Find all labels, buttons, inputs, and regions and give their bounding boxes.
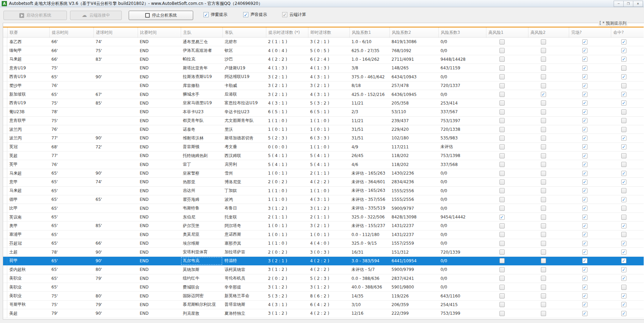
high-risk2-checkbox[interactable] <box>541 66 546 71</box>
hit-checkbox[interactable] <box>621 302 626 307</box>
high-risk1-checkbox[interactable] <box>499 232 505 237</box>
hit-checkbox[interactable] <box>621 206 626 211</box>
table-row[interactable]: 西青U1975'85'END皇家马德里U19富恩拉布拉达U194 ( 3 : 1… <box>3 99 644 108</box>
high-risk2-checkbox[interactable] <box>541 302 546 307</box>
high-risk2-checkbox[interactable] <box>541 276 546 281</box>
finished-checkbox[interactable] <box>582 249 587 255</box>
table-row[interactable]: 马来超65'90'END皇家警察雪州1 ( 0 : 1 )2 ( 1 : 1 )… <box>3 169 644 178</box>
column-header-home[interactable]: 主队 <box>181 28 222 37</box>
table-row[interactable]: 葡U23B78'END本菲卡U23辛达卡拉U236 ( 5 : 1 )6 ( 5… <box>3 108 644 116</box>
high-risk1-checkbox[interactable] <box>499 249 505 255</box>
finished-checkbox[interactable] <box>582 188 587 193</box>
cloud-compute-checkbox[interactable] <box>282 12 287 17</box>
finished-checkbox[interactable] <box>582 171 587 176</box>
high-risk2-checkbox[interactable] <box>541 293 546 298</box>
hit-checkbox[interactable] <box>621 258 626 263</box>
table-row[interactable]: 波兰丙76'END诺泰奇里沃1 ( 0 : 1 )1 ( 0 : 1 )31/5… <box>3 125 644 134</box>
finished-checkbox[interactable] <box>582 293 587 298</box>
hit-checkbox[interactable] <box>621 215 626 220</box>
finished-checkbox[interactable] <box>582 83 587 88</box>
high-risk2-checkbox[interactable] <box>541 188 546 193</box>
high-risk1-checkbox[interactable] <box>499 258 505 263</box>
high-risk2-checkbox[interactable] <box>541 171 546 176</box>
finished-checkbox[interactable] <box>582 223 587 228</box>
hit-checkbox[interactable] <box>621 153 626 158</box>
column-header-high_risk1[interactable]: 高风险1 <box>486 28 528 37</box>
column-header-risk1[interactable]: 风险系数1 <box>349 28 389 37</box>
column-header-live_goals[interactable]: 即时进球数 <box>308 28 349 37</box>
high-risk2-checkbox[interactable] <box>541 215 546 220</box>
hit-checkbox[interactable] <box>621 223 626 228</box>
table-row[interactable]: 德甲65'65'END霍芬海姆波鸿1 ( 1 : 0 )4 ( 3 : 1 )未… <box>3 195 644 204</box>
high-risk1-checkbox[interactable] <box>499 188 505 193</box>
cloud-connecting-button[interactable]: ☁ 云端连接中 <box>70 11 122 20</box>
hit-checkbox[interactable] <box>621 232 626 237</box>
hit-checkbox[interactable] <box>621 179 626 185</box>
close-button[interactable]: ✕ <box>633 1 643 7</box>
hit-checkbox[interactable] <box>621 293 626 298</box>
high-risk2-checkbox[interactable] <box>541 144 546 149</box>
high-risk2-checkbox[interactable] <box>541 232 546 237</box>
column-header-finished[interactable]: 完场? <box>569 28 611 37</box>
table-row[interactable]: 委内超秋65'80'END莫纳加斯该柯莫纳雷3 ( 1 : 2 )4 ( 2 :… <box>3 265 644 274</box>
hit-checkbox[interactable] <box>621 109 626 115</box>
table-row[interactable]: 美超79'90'END列克星敦夏洛特独立3 ( 1 : 2 )4 ( 2 : 2… <box>3 309 644 318</box>
table-row[interactable]: 马来超65'END吉达州丁加奴1 ( 1 : 0 )1 ( 1 : 0 )未评估… <box>3 187 644 195</box>
high-risk2-checkbox[interactable] <box>541 162 546 167</box>
table-row[interactable]: 意青联甲75'END都灵青年队尤文图斯青年队1 ( 1 : 0 )1 ( 1 :… <box>3 117 644 125</box>
hit-checkbox[interactable] <box>621 241 626 246</box>
hit-checkbox[interactable] <box>621 66 626 71</box>
column-header-goal_time[interactable]: 进球时间 <box>93 28 138 37</box>
minimize-button[interactable]: ─ <box>614 1 624 7</box>
hit-checkbox[interactable] <box>621 267 626 272</box>
high-risk2-checkbox[interactable] <box>541 57 546 62</box>
table-row[interactable]: 奥甲65'85'END萨尔茨堡阿尔塔奇1 ( 0 : 1 )3 ( 2 : 1 … <box>3 222 644 230</box>
high-risk2-checkbox[interactable] <box>541 83 546 88</box>
finished-checkbox[interactable] <box>582 57 587 62</box>
high-risk1-checkbox[interactable] <box>499 241 505 246</box>
sound-alert-checkbox[interactable] <box>243 12 248 17</box>
finished-checkbox[interactable] <box>582 144 587 149</box>
finished-checkbox[interactable] <box>582 197 587 202</box>
high-risk2-checkbox[interactable] <box>541 179 546 185</box>
finished-checkbox[interactable] <box>582 206 587 211</box>
high-risk1-checkbox[interactable] <box>499 39 505 45</box>
finished-checkbox[interactable] <box>582 276 587 281</box>
high-risk2-checkbox[interactable] <box>541 249 546 255</box>
high-risk2-checkbox[interactable] <box>541 311 546 316</box>
high-risk2-checkbox[interactable] <box>541 258 546 263</box>
hit-checkbox[interactable] <box>621 57 626 62</box>
high-risk1-checkbox[interactable] <box>499 267 505 272</box>
high-risk1-checkbox[interactable] <box>499 197 505 202</box>
finished-checkbox[interactable] <box>582 74 587 79</box>
finished-checkbox[interactable] <box>582 232 587 237</box>
finished-checkbox[interactable] <box>582 267 587 272</box>
table-row[interactable]: 土超78'90'END安塔利亚体育加拉塔萨雷2 ( 0 : 2 )3 ( 0 :… <box>3 248 644 256</box>
table-row[interactable]: 芬超冠65'66'END埃尔维斯塞那乔其1 ( 1 : 0 )4 ( 4 : 0… <box>3 239 644 248</box>
finished-checkbox[interactable] <box>582 311 587 316</box>
high-risk1-checkbox[interactable] <box>499 57 505 62</box>
hit-checkbox[interactable] <box>621 136 626 141</box>
high-risk1-checkbox[interactable] <box>499 171 505 176</box>
high-risk2-checkbox[interactable] <box>541 206 546 211</box>
high-risk2-checkbox[interactable] <box>541 92 546 97</box>
high-risk1-checkbox[interactable] <box>499 285 505 290</box>
table-row[interactable]: 英超77'END托特纳姆热刺西汉姆联5 ( 4 : 1 )5 ( 4 : 1 )… <box>3 151 644 160</box>
table-row[interactable]: 马来超66'83'END帕拉克沙巴4 ( 2 : 2 )6 ( 2 : 4 )1… <box>3 55 644 64</box>
table-row[interactable]: 爱沙甲76'END库雷撒勒卡勒威3 ( 2 : 1 )3 ( 2 : 1 )8/… <box>3 81 644 90</box>
popup-alert-checkbox[interactable] <box>204 12 209 17</box>
column-header-hit[interactable]: 命中? <box>611 28 644 37</box>
column-header-risk2[interactable]: 风险系数2 <box>389 28 438 37</box>
finished-checkbox[interactable] <box>582 136 587 141</box>
finished-checkbox[interactable] <box>582 48 587 53</box>
table-row[interactable]: 美职业75'80'END国际迈阿密新英格兰革命5 ( 3 : 2 )8 ( 6 … <box>3 292 644 300</box>
finished-checkbox[interactable] <box>582 92 587 97</box>
finished-checkbox[interactable] <box>582 162 587 167</box>
finished-checkbox[interactable] <box>582 109 587 115</box>
high-risk1-checkbox[interactable] <box>499 179 505 185</box>
high-risk1-checkbox[interactable] <box>499 109 505 115</box>
finished-checkbox[interactable] <box>582 258 587 263</box>
finished-checkbox[interactable] <box>582 215 587 220</box>
table-row[interactable]: 泰乙西66'74'END通布里易三仓北碧市2 ( 1 : 1 )3 ( 2 : … <box>3 38 644 46</box>
hit-checkbox[interactable] <box>621 144 626 149</box>
